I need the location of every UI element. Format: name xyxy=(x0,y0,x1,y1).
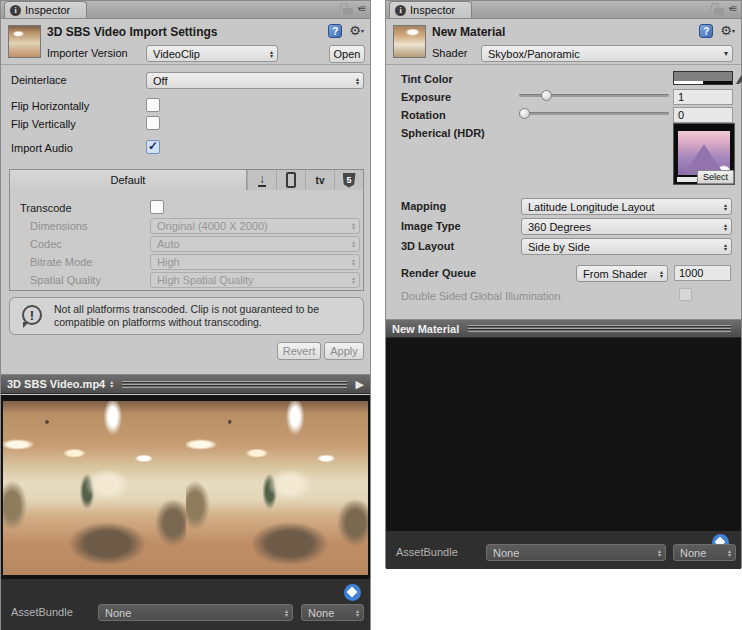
assetbundle-dropdown[interactable]: None▴▾ xyxy=(486,544,666,561)
platform-tab-webgl[interactable]: 5 xyxy=(334,170,363,190)
mapping-label: Mapping xyxy=(401,200,446,212)
material-preview-title: New Material xyxy=(392,323,459,335)
assetbundle-label: AssetBundle xyxy=(396,546,458,558)
transcode-group: Transcode Dimensions Original (4000 X 20… xyxy=(9,190,364,291)
panel-menu-icon[interactable]: ▾≡ xyxy=(729,4,736,14)
rotation-slider[interactable] xyxy=(519,107,669,119)
tab-inspector-label: Inspector xyxy=(410,4,455,16)
right-tabbar: i Inspector ▾≡ xyxy=(386,1,741,19)
inspector-panel-material: i Inspector ▾≡ New Material ? ⚙ Shader S… xyxy=(385,0,742,568)
3d-layout-dropdown[interactable]: Side by Side▴▾ xyxy=(521,238,732,255)
platform-tab-standalone[interactable]: ↓ xyxy=(247,170,276,190)
rotation-label: Rotation xyxy=(401,109,446,121)
import-audio-label: Import Audio xyxy=(11,142,73,154)
material-thumbnail xyxy=(393,25,426,58)
phone-icon xyxy=(286,172,296,188)
panel-menu-icon[interactable]: ▾≡ xyxy=(358,4,365,14)
tint-color-swatch[interactable] xyxy=(673,71,733,85)
assetbundle-tag-icon[interactable] xyxy=(344,584,361,601)
render-queue-label: Render Queue xyxy=(401,267,476,279)
rotation-field[interactable]: 0 xyxy=(673,107,733,123)
image-type-label: Image Type xyxy=(401,220,461,232)
right-header: New Material ? ⚙ Shader Skybox/Panoramic… xyxy=(386,19,741,65)
left-title: 3D SBS Video Import Settings xyxy=(47,25,217,39)
importer-version-label: Importer Version xyxy=(47,47,128,59)
gear-icon[interactable]: ⚙ xyxy=(720,24,735,38)
help-icon[interactable]: ? xyxy=(699,24,713,38)
importer-version-dropdown[interactable]: VideoClip▴▾ xyxy=(146,45,278,62)
open-button[interactable]: Open xyxy=(329,45,365,63)
transcode-label: Transcode xyxy=(20,202,72,214)
dimensions-label: Dimensions xyxy=(30,220,87,232)
platform-tab-mobile[interactable] xyxy=(276,170,305,190)
left-preview-footer: AssetBundle None▴▾ None▴▾ xyxy=(1,579,370,630)
assetbundle-variant-dropdown[interactable]: None▴▾ xyxy=(301,604,364,621)
preview-drag-handle[interactable] xyxy=(122,381,346,388)
gear-icon[interactable]: ⚙ xyxy=(349,24,364,38)
mapping-dropdown[interactable]: Latitude Longitude Layout▴▾ xyxy=(521,198,732,215)
platform-tab-bar: Default ↓ tv 5 xyxy=(9,169,364,191)
revert-button[interactable]: Revert xyxy=(277,342,321,360)
spatial-quality-dropdown: High Spatial Quality▴▾ xyxy=(150,272,360,288)
left-tabbar: i Inspector ▾≡ xyxy=(1,1,370,19)
codec-label: Codec xyxy=(30,238,62,250)
exposure-field[interactable]: 1 xyxy=(673,89,733,105)
video-preview-title: 3D SBS Video.mp4 xyxy=(7,378,105,390)
lock-icon[interactable] xyxy=(714,8,724,15)
spherical-texture-slot[interactable]: Select xyxy=(673,123,735,185)
codec-dropdown: Auto▴▾ xyxy=(150,236,360,252)
download-icon: ↓ xyxy=(258,174,266,187)
help-icon[interactable]: ? xyxy=(328,24,342,38)
import-audio-checkbox[interactable] xyxy=(146,140,160,154)
material-preview-header[interactable]: New Material xyxy=(386,319,741,338)
assetbundle-label: AssetBundle xyxy=(11,606,73,618)
tab-inspector-right[interactable]: i Inspector xyxy=(389,1,472,18)
deinterlace-label: Deinterlace xyxy=(11,74,67,86)
tab-inspector-label: Inspector xyxy=(25,4,70,16)
preview-drag-handle[interactable] xyxy=(468,325,731,332)
warning-icon: ! xyxy=(22,305,42,325)
dimensions-dropdown: Original (4000 X 2000)▴▾ xyxy=(150,218,360,234)
video-asset-thumbnail xyxy=(8,25,41,58)
render-queue-field[interactable]: 1000 xyxy=(674,265,731,281)
material-preview-render xyxy=(388,341,739,528)
shader-dropdown[interactable]: Skybox/Panoramic▾ xyxy=(481,45,733,62)
lock-icon[interactable] xyxy=(343,8,353,15)
dsgi-label: Double Sided Global Illumination xyxy=(401,290,561,302)
transcode-checkbox[interactable] xyxy=(150,200,164,214)
preview-selector-icon[interactable]: ▴▾ xyxy=(110,380,113,388)
platform-tab-appletv[interactable]: tv xyxy=(305,170,334,190)
video-preview-header[interactable]: 3D SBS Video.mp4 ▴▾ ▶ xyxy=(1,374,370,394)
info-icon: i xyxy=(395,5,406,16)
platform-tab-default[interactable]: Default xyxy=(10,170,247,190)
info-icon: i xyxy=(10,5,21,16)
apply-button[interactable]: Apply xyxy=(324,342,364,360)
assetbundle-dropdown[interactable]: None▴▾ xyxy=(98,604,293,621)
tab-inspector[interactable]: i Inspector xyxy=(4,1,87,18)
video-preview-area[interactable] xyxy=(1,395,370,579)
deinterlace-dropdown[interactable]: Off▴▾ xyxy=(146,72,364,89)
dsgi-checkbox xyxy=(679,288,692,301)
image-type-dropdown[interactable]: 360 Degrees▴▾ xyxy=(521,218,732,235)
tint-color-label: Tint Color xyxy=(401,73,453,85)
texture-select-button[interactable]: Select xyxy=(697,170,734,184)
render-queue-dropdown[interactable]: From Shader▴▾ xyxy=(576,265,668,282)
right-title: New Material xyxy=(432,25,505,39)
exposure-slider[interactable] xyxy=(519,89,669,101)
material-preview-area[interactable] xyxy=(386,338,741,531)
3d-layout-label: 3D Layout xyxy=(401,240,454,252)
shader-label: Shader xyxy=(432,47,467,59)
flip-horizontally-checkbox[interactable] xyxy=(146,98,160,112)
spherical-hdr-label: Spherical (HDR) xyxy=(401,127,485,139)
flip-vertically-checkbox[interactable] xyxy=(146,116,160,130)
video-preview-right-eye xyxy=(186,401,369,575)
transcode-warning: ! Not all platforms transcoded. Clip is … xyxy=(9,297,364,335)
left-header: 3D SBS Video Import Settings ? ⚙ Importe… xyxy=(1,19,370,65)
spatial-quality-label: Spatial Quality xyxy=(30,274,101,286)
eyedropper-icon[interactable] xyxy=(736,71,742,84)
video-preview-left-eye xyxy=(3,401,186,575)
assetbundle-variant-dropdown[interactable]: None▴▾ xyxy=(673,544,736,561)
flip-vertically-label: Flip Vertically xyxy=(11,118,76,130)
inspector-panel-video: i Inspector ▾≡ 3D SBS Video Import Setti… xyxy=(0,0,371,630)
play-icon[interactable]: ▶ xyxy=(356,378,364,391)
